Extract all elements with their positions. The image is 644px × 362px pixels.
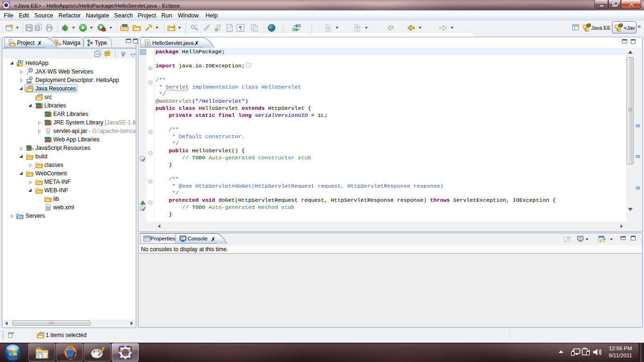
svg-text:IDE: IDE [123,353,128,357]
svg-text:010: 010 [47,131,50,133]
svg-text:J: J [147,41,149,46]
svg-text:¶: ¶ [239,25,242,31]
svg-text:X: X [47,206,50,210]
svg-text:C: C [195,24,198,27]
svg-text:J: J [22,59,24,63]
svg-text:3.0: 3.0 [28,81,30,83]
svg-text:S: S [32,148,33,151]
